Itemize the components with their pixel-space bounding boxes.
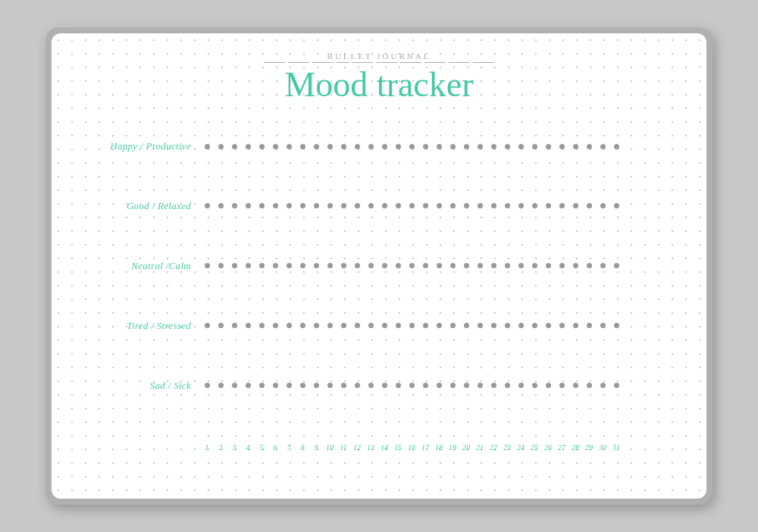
dot — [423, 383, 428, 388]
dot — [314, 263, 319, 268]
day-number-26: 26 — [541, 443, 555, 452]
dot — [491, 323, 496, 328]
dot — [232, 383, 237, 388]
dash-2 — [288, 62, 309, 63]
day-number-1: 1 — [200, 443, 214, 452]
mood-row-tired-stressed: Tired / Stressed — [79, 320, 679, 332]
dot — [423, 263, 428, 268]
dot — [314, 323, 319, 328]
day-number-23: 23 — [500, 443, 514, 452]
dot — [518, 323, 524, 328]
mood-label-tired-stressed: Tired / Stressed — [79, 320, 200, 332]
dot — [300, 323, 305, 328]
dot — [382, 203, 387, 208]
dot — [396, 263, 401, 268]
dot — [382, 323, 387, 328]
dot — [218, 203, 224, 208]
day-number-16: 16 — [405, 443, 418, 452]
dot — [518, 144, 524, 149]
dash-8 — [424, 62, 446, 63]
content-area: Bullet Journal Mood tracker Happy — [79, 52, 679, 483]
dot — [478, 144, 483, 149]
dot — [491, 144, 496, 149]
day-number-5: 5 — [255, 443, 268, 452]
dot — [368, 263, 374, 268]
dot — [218, 263, 224, 268]
day-number-11: 11 — [337, 443, 350, 452]
dot — [382, 144, 387, 149]
dot — [614, 203, 619, 208]
dot — [355, 203, 360, 208]
dot — [437, 203, 442, 208]
dot — [368, 203, 374, 208]
dot — [341, 203, 346, 208]
dot — [314, 144, 319, 149]
dot — [559, 383, 565, 388]
mood-row-neutral-calm: Neutral /Calm — [79, 260, 679, 272]
mood-label-sad-sick: Sad / Sick — [79, 380, 200, 392]
dot — [546, 323, 551, 328]
day-numbers-list: 1234567891011121314151617181920212223242… — [200, 443, 679, 452]
dot — [409, 203, 415, 208]
day-number-31: 31 — [609, 443, 623, 452]
dot — [491, 203, 496, 208]
dot — [437, 144, 442, 149]
dot — [205, 144, 210, 149]
dot — [450, 323, 456, 328]
dot — [450, 144, 456, 149]
dot — [259, 383, 265, 388]
dot — [382, 263, 387, 268]
mood-label-good-relaxed: Good / Relaxed — [79, 200, 200, 212]
day-number-21: 21 — [473, 443, 487, 452]
dot — [246, 203, 251, 208]
dots-row-happy-productive — [200, 144, 679, 149]
dot — [409, 144, 415, 149]
dot — [450, 263, 456, 268]
dot — [259, 144, 265, 149]
dot — [273, 323, 278, 328]
dot — [355, 383, 360, 388]
dot — [205, 263, 210, 268]
dot — [478, 323, 483, 328]
dot — [573, 323, 578, 328]
dot — [273, 263, 278, 268]
dot — [327, 323, 333, 328]
dot — [587, 263, 592, 268]
dot — [396, 383, 401, 388]
dash-9 — [449, 62, 470, 63]
dot — [532, 144, 537, 149]
page-shadow: Bullet Journal Mood tracker Happy — [45, 27, 713, 505]
dot — [273, 144, 278, 149]
dot — [409, 323, 415, 328]
dot — [614, 263, 619, 268]
day-number-28: 28 — [568, 443, 582, 452]
day-number-10: 10 — [323, 443, 337, 452]
dot — [232, 323, 237, 328]
dots-row-good-relaxed — [200, 203, 679, 208]
dot — [341, 383, 346, 388]
dot — [518, 203, 524, 208]
dot — [382, 383, 387, 388]
dot — [464, 263, 469, 268]
dot — [437, 383, 442, 388]
dash-3 — [312, 62, 334, 63]
dot — [587, 323, 592, 328]
dot — [368, 144, 374, 149]
dot — [559, 323, 565, 328]
dot — [300, 203, 305, 208]
dot — [259, 263, 265, 268]
dot — [505, 144, 510, 149]
dot — [546, 144, 551, 149]
dot — [464, 203, 469, 208]
dot — [287, 203, 292, 208]
dot — [518, 383, 524, 388]
dot — [505, 263, 510, 268]
dot — [505, 383, 510, 388]
day-number-24: 24 — [514, 443, 528, 452]
dot — [587, 144, 592, 149]
dots-row-sad-sick — [200, 383, 679, 388]
dot — [437, 263, 442, 268]
dot — [491, 383, 496, 388]
main-title: Mood tracker — [79, 66, 679, 105]
dot — [546, 263, 551, 268]
